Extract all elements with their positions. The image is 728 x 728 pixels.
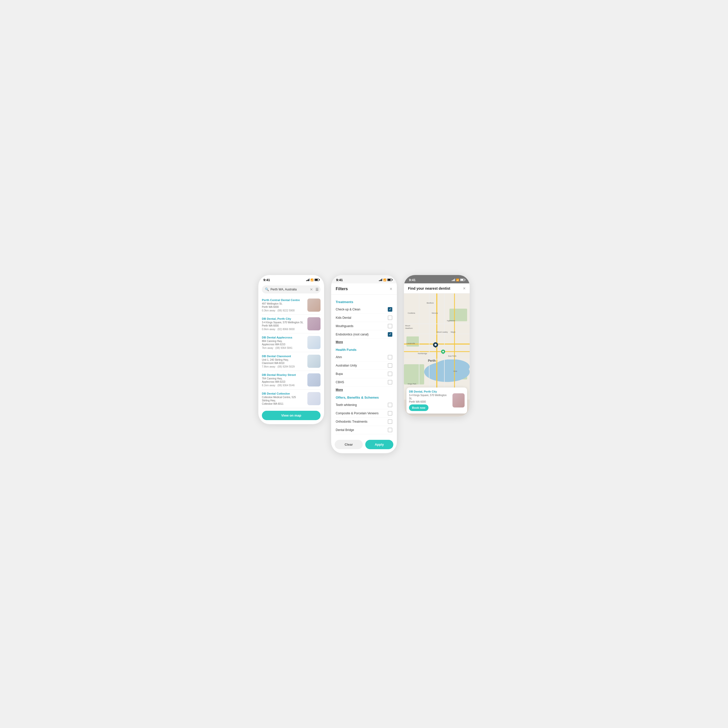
svg-rect-3 bbox=[450, 309, 467, 321]
svg-point-6 bbox=[434, 359, 470, 375]
svg-text:Leederville: Leederville bbox=[407, 343, 415, 344]
apply-button[interactable]: Apply bbox=[365, 440, 393, 449]
dental-item-info: DB Dental Applecross 884 Canning Hwy,App… bbox=[262, 336, 307, 349]
dental-item-info: DB Dental, Perth City 3-4 Kings Square, … bbox=[262, 317, 307, 330]
dental-item-addr: 3-4 Kings Square, 570 Wellington St,Pert… bbox=[262, 321, 305, 327]
filter-checkbox[interactable] bbox=[388, 355, 392, 359]
filter-label: Check-up & Clean bbox=[336, 307, 360, 311]
search-input[interactable] bbox=[271, 288, 308, 291]
filter-label: Bupa bbox=[336, 372, 343, 376]
clear-button[interactable]: Clear bbox=[335, 440, 363, 449]
dental-item-name: Perth Central Dental Centre bbox=[262, 298, 305, 301]
filters-title: Filters bbox=[336, 287, 348, 291]
filter-row[interactable]: CBHS bbox=[336, 378, 392, 387]
filter-row[interactable]: Orthodontic Treatments bbox=[336, 418, 392, 426]
dental-thumb bbox=[307, 336, 321, 349]
filter-row[interactable]: Composite & Porcelain Veneers bbox=[336, 409, 392, 418]
filter-checkbox[interactable] bbox=[388, 419, 392, 424]
svg-text:Victo: Victo bbox=[453, 370, 457, 372]
filter-label: Mouthguards bbox=[336, 324, 353, 328]
filters-close-button[interactable]: × bbox=[390, 286, 392, 292]
filter-label: CBHS bbox=[336, 381, 344, 384]
filter-row[interactable]: Kids Dental bbox=[336, 314, 392, 322]
map-card-info: DB Dental, Perth City 3-4 Kings Square, … bbox=[409, 390, 450, 411]
filters-footer: Clear Apply bbox=[331, 437, 397, 453]
filter-checkbox[interactable] bbox=[388, 411, 392, 416]
dental-item-info: Perth Central Dental Centre 497 Wellingt… bbox=[262, 298, 307, 312]
dental-item-info: DB Dental Claremont Unit 1, 240 Stirling… bbox=[262, 355, 307, 368]
search-bar[interactable]: 🔍 ✕ ☰ bbox=[262, 285, 321, 294]
dental-item-meta: 0.3km away (08) 9222 5900 bbox=[262, 309, 305, 312]
signal-icon-1 bbox=[306, 278, 309, 281]
offers-section-title: Offers, Benefits & Schemes bbox=[336, 396, 392, 399]
filter-label: Kids Dental bbox=[336, 316, 351, 320]
map-container[interactable]: Bedfore Coolbinia Mount Hawthorn Menora … bbox=[404, 294, 470, 417]
dental-item-name: DB Dental Cottesloe bbox=[262, 392, 305, 395]
filter-icon[interactable]: ☰ bbox=[315, 288, 319, 291]
filter-row[interactable]: Teeth whitening bbox=[336, 401, 392, 409]
dental-item-meta: 0.6km away (02) 8066 9000 bbox=[262, 328, 305, 330]
filter-row[interactable]: Endodontics (root canal) bbox=[336, 330, 392, 339]
list-item[interactable]: Perth Central Dental Centre 497 Wellingt… bbox=[262, 296, 321, 315]
filter-row[interactable]: Ahm bbox=[336, 353, 392, 361]
list-item[interactable]: DB Dental Cottesloe Cottesloe Medical Ce… bbox=[262, 390, 321, 408]
dental-item-name: DB Dental, Perth City bbox=[262, 317, 305, 320]
map-svg: Bedfore Coolbinia Mount Hawthorn Menora … bbox=[404, 294, 470, 400]
health-funds-more-link[interactable]: More bbox=[336, 387, 392, 393]
filter-label: Ahm bbox=[336, 355, 342, 359]
filter-checkbox[interactable] bbox=[388, 428, 392, 432]
svg-point-35 bbox=[434, 344, 437, 346]
filter-checkbox[interactable] bbox=[388, 372, 392, 376]
dental-item-addr: Unit 1, 240 Stirling Hwy,Claremont WA 60… bbox=[262, 358, 305, 365]
clear-search-icon[interactable]: ✕ bbox=[310, 288, 313, 291]
svg-text:Hawthorn: Hawthorn bbox=[405, 327, 413, 329]
svg-rect-1 bbox=[404, 364, 424, 384]
book-now-button[interactable]: Book now bbox=[409, 404, 428, 411]
filter-checkbox[interactable] bbox=[388, 363, 392, 368]
filter-checkbox[interactable] bbox=[388, 332, 392, 337]
filter-label: Teeth whitening bbox=[336, 403, 357, 407]
battery-icon-3 bbox=[460, 278, 465, 281]
filters-header: Filters × bbox=[331, 283, 397, 295]
dental-item-addr: 884 Canning Hwy,Applecross WA 6153 bbox=[262, 340, 305, 346]
screens-container: 9:41 📶 🔍 ✕ ☰ P bbox=[248, 260, 480, 468]
filter-checkbox[interactable] bbox=[388, 307, 392, 312]
filter-checkbox[interactable] bbox=[388, 324, 392, 328]
filter-checkbox[interactable] bbox=[388, 403, 392, 407]
list-item[interactable]: DB Dental Applecross 884 Canning Hwy,App… bbox=[262, 333, 321, 352]
phone-filters: 9:41 📶 Filters × Treatments Check bbox=[331, 275, 397, 453]
time-2: 9:41 bbox=[336, 278, 343, 282]
svg-text:Bedfore: Bedfore bbox=[427, 302, 434, 304]
filter-row[interactable]: Check-up & Clean bbox=[336, 305, 392, 314]
svg-text:Mount Lawley: Mount Lawley bbox=[437, 331, 448, 333]
svg-text:Inglewood: Inglewood bbox=[447, 320, 455, 322]
dental-item-addr: 497 Wellington St,Perth WA 6000 bbox=[262, 302, 305, 309]
list-item[interactable]: DB Dental Claremont Unit 1, 240 Stirling… bbox=[262, 352, 321, 371]
dental-item-meta: 7km away (08) 9364 5841 bbox=[262, 347, 305, 349]
dental-item-addr: Cottesloe Medical Centre, 525Stirling Hw… bbox=[262, 396, 305, 405]
status-icons-3: 📶 bbox=[452, 278, 465, 281]
treatments-more-link[interactable]: More bbox=[336, 339, 392, 345]
map-close-button[interactable]: × bbox=[463, 286, 466, 291]
filter-row[interactable]: Australian Unity bbox=[336, 361, 392, 370]
status-icons-2: 📶 bbox=[379, 278, 392, 281]
svg-text:Mayle: Mayle bbox=[451, 331, 456, 333]
view-on-map-button[interactable]: View on map bbox=[262, 411, 321, 420]
filter-checkbox[interactable] bbox=[388, 315, 392, 320]
svg-text:Perth: Perth bbox=[428, 359, 436, 362]
list-item[interactable]: DB Dental, Perth City 3-4 Kings Square, … bbox=[262, 315, 321, 333]
filter-row[interactable]: Bupa bbox=[336, 370, 392, 378]
filter-checkbox[interactable] bbox=[388, 380, 392, 384]
treatments-section-title: Treatments bbox=[336, 300, 392, 304]
list-item[interactable]: DB Dental Riseley Street 764 Canning Hwy… bbox=[262, 371, 321, 390]
dental-item-info: DB Dental Cottesloe Cottesloe Medical Ce… bbox=[262, 392, 307, 405]
filter-row[interactable]: Dental Bridge bbox=[336, 426, 392, 434]
svg-text:Kings Park: Kings Park bbox=[408, 383, 416, 385]
filter-label: Composite & Porcelain Veneers bbox=[336, 411, 378, 415]
map-card-address: 3-4 Kings Square, 570 Wellington St,Pert… bbox=[409, 393, 450, 404]
phone-map: 9:41 📶 Find your nearest dentist × bbox=[404, 275, 470, 417]
status-bar-1: 9:41 📶 bbox=[258, 275, 324, 283]
filter-row[interactable]: Mouthguards bbox=[336, 322, 392, 330]
status-bar-2: 9:41 📶 bbox=[331, 275, 397, 283]
status-bar-3: 9:41 📶 bbox=[404, 275, 470, 283]
